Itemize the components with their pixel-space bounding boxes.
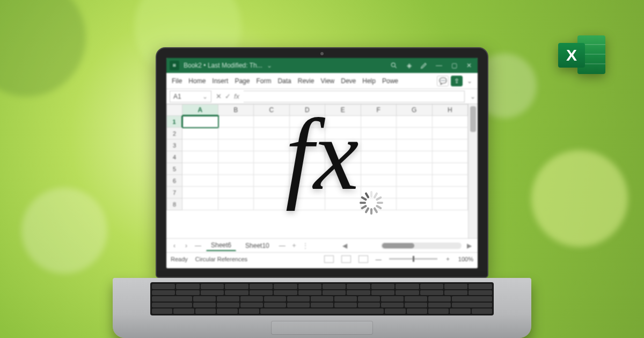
column-header[interactable]: F xyxy=(361,104,397,116)
cell[interactable] xyxy=(218,128,254,139)
cell[interactable] xyxy=(218,187,254,199)
tab-help[interactable]: Help xyxy=(360,77,378,85)
cell[interactable] xyxy=(290,139,326,151)
cell[interactable] xyxy=(254,116,290,128)
view-normal-icon[interactable] xyxy=(324,255,334,263)
cell[interactable] xyxy=(218,151,254,163)
cell[interactable] xyxy=(290,128,326,139)
cell[interactable] xyxy=(433,163,469,175)
formula-input[interactable] xyxy=(244,91,465,102)
search-icon[interactable] xyxy=(389,60,399,71)
cell[interactable] xyxy=(325,163,361,175)
cell[interactable] xyxy=(254,199,290,210)
cell[interactable] xyxy=(254,163,290,175)
tab-review[interactable]: Revie xyxy=(296,77,317,85)
cell[interactable] xyxy=(290,199,326,210)
sheet-tab[interactable]: Sheet10 xyxy=(240,240,274,251)
formula-bar-expand-icon[interactable]: ⌄ xyxy=(468,93,478,100)
sheet-nav-prev-icon[interactable]: › xyxy=(182,242,190,249)
column-header[interactable]: E xyxy=(325,104,361,116)
row-header[interactable]: 2 xyxy=(166,128,182,139)
cell[interactable] xyxy=(182,163,218,175)
cell[interactable] xyxy=(254,139,290,151)
zoom-slider[interactable] xyxy=(389,258,437,260)
name-box[interactable]: A1 ⌄ xyxy=(170,91,211,102)
tab-formulas[interactable]: Form xyxy=(254,77,273,85)
zoom-in-button[interactable]: ＋ xyxy=(445,255,451,263)
cell[interactable] xyxy=(397,187,433,199)
cell[interactable] xyxy=(218,116,254,128)
row-header[interactable]: 8 xyxy=(166,199,182,210)
cell[interactable] xyxy=(290,116,326,128)
diamond-icon[interactable]: ◈ xyxy=(404,60,414,71)
cell[interactable] xyxy=(361,139,397,151)
cell[interactable] xyxy=(433,151,469,163)
cell[interactable] xyxy=(397,175,433,187)
share-button[interactable]: ⇪ xyxy=(451,76,463,86)
minimize-button[interactable]: — xyxy=(434,60,444,71)
view-page-break-icon[interactable] xyxy=(358,255,368,263)
cell[interactable] xyxy=(433,187,469,199)
cell[interactable] xyxy=(218,139,254,151)
view-page-layout-icon[interactable] xyxy=(341,255,351,263)
cell[interactable] xyxy=(182,199,218,210)
tab-insert[interactable]: Insert xyxy=(210,77,230,85)
accept-formula-icon[interactable]: ✓ xyxy=(225,92,231,100)
cell[interactable] xyxy=(397,151,433,163)
select-all-corner[interactable] xyxy=(166,104,182,116)
tab-power[interactable]: Powe xyxy=(380,77,400,85)
cell[interactable] xyxy=(361,187,397,199)
cell[interactable] xyxy=(325,175,361,187)
cell[interactable] xyxy=(218,163,254,175)
cell[interactable] xyxy=(182,187,218,199)
cell[interactable] xyxy=(218,199,254,210)
new-sheet-button[interactable]: ＋ xyxy=(290,241,298,250)
sheet-nav-first-icon[interactable]: ‹ xyxy=(171,242,178,249)
fx-icon[interactable]: fx xyxy=(234,92,239,100)
comments-button[interactable]: 💬 xyxy=(437,76,449,86)
row-header[interactable]: 1 xyxy=(166,116,182,128)
maximize-button[interactable]: ▢ xyxy=(449,60,459,71)
cell[interactable] xyxy=(254,187,290,199)
cell[interactable] xyxy=(361,116,397,128)
column-header[interactable]: A xyxy=(182,104,218,116)
cell[interactable] xyxy=(182,116,218,128)
cell[interactable] xyxy=(361,199,397,210)
cell[interactable] xyxy=(325,128,361,139)
column-header[interactable]: C xyxy=(254,104,290,116)
cell[interactable] xyxy=(433,175,469,187)
cancel-formula-icon[interactable]: ✕ xyxy=(216,92,222,100)
title-dropdown-icon[interactable]: ⌄ xyxy=(267,62,272,69)
cell[interactable] xyxy=(218,175,254,187)
cell[interactable] xyxy=(397,163,433,175)
cell[interactable] xyxy=(254,175,290,187)
zoom-out-button[interactable]: — xyxy=(376,256,382,262)
cell[interactable] xyxy=(433,128,469,139)
cell[interactable] xyxy=(290,175,326,187)
cell[interactable] xyxy=(290,163,326,175)
column-header[interactable]: H xyxy=(433,104,469,116)
tab-developer[interactable]: Deve xyxy=(339,77,358,85)
cell[interactable] xyxy=(397,128,433,139)
cell[interactable] xyxy=(325,151,361,163)
cell[interactable] xyxy=(182,151,218,163)
row-header[interactable]: 6 xyxy=(166,175,182,187)
scroll-right-icon[interactable]: ▶ xyxy=(466,242,473,249)
vertical-scrollbar[interactable] xyxy=(468,104,478,238)
scroll-left-icon[interactable]: ◀ xyxy=(341,242,348,249)
row-header[interactable]: 4 xyxy=(166,151,182,163)
row-header[interactable]: 5 xyxy=(166,163,182,175)
tab-page-layout[interactable]: Page xyxy=(232,77,252,85)
cell[interactable] xyxy=(433,139,469,151)
cell[interactable] xyxy=(290,187,326,199)
cell[interactable] xyxy=(325,187,361,199)
tab-data[interactable]: Data xyxy=(275,77,293,85)
cell[interactable] xyxy=(182,128,218,139)
cell[interactable] xyxy=(361,128,397,139)
column-header[interactable]: D xyxy=(290,104,326,116)
cell[interactable] xyxy=(361,163,397,175)
cell[interactable] xyxy=(182,139,218,151)
cell[interactable] xyxy=(433,116,469,128)
scrollbar-thumb[interactable] xyxy=(470,106,476,132)
cell[interactable] xyxy=(254,151,290,163)
